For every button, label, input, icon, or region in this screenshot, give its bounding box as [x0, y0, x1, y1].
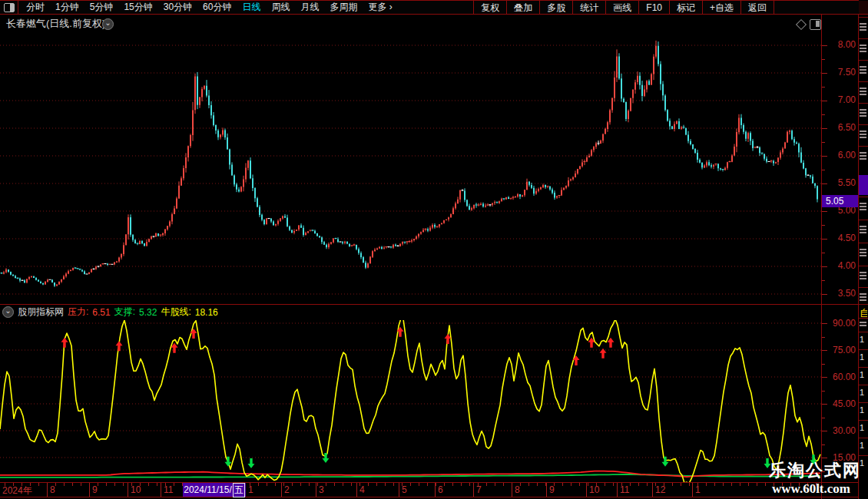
price-axis-tick [822, 59, 825, 60]
indicator-axis-tick [822, 404, 827, 405]
time-axis-minor-tick [410, 483, 411, 486]
price-axis-tick [822, 211, 827, 212]
clipped-digit: 1 [860, 370, 867, 379]
time-axis-minor-tick [419, 483, 419, 486]
tools-menu-item[interactable]: 标记 [669, 1, 702, 15]
time-axis-minor-tick [317, 483, 318, 486]
period-menu-item[interactable]: 月线 [300, 1, 319, 14]
indicator-name[interactable]: 股朋指标网 [18, 306, 64, 319]
top-toolbar: 分时1分钟5分钟15分钟30分钟60分钟日线周线月线多周期更多 › 复权叠加多股… [0, 0, 868, 15]
time-axis-label: 8 [515, 484, 520, 495]
period-menu-item[interactable]: 15分钟 [124, 1, 152, 14]
strip-toolbar-fragment [859, 1, 868, 15]
time-axis-minor-tick [326, 483, 326, 486]
month-boundary-tick [161, 483, 161, 497]
tools-menu-item[interactable]: 叠加 [506, 1, 539, 15]
period-menu-item[interactable]: 多周期 [330, 1, 357, 14]
strip-separator [859, 124, 868, 125]
fragment-line [860, 232, 866, 233]
time-axis-label: 9 [92, 484, 98, 495]
strip-separator [859, 197, 868, 197]
time-axis-minor-tick [723, 483, 724, 486]
time-axis-minor-tick [630, 483, 631, 486]
fragment-line [860, 23, 866, 25]
indicator-axis-tick [822, 323, 827, 324]
month-boundary-tick [692, 483, 693, 497]
clipped-digit: 1 [860, 352, 867, 362]
pressure-value: 6.51 [92, 307, 110, 318]
time-axis-minor-tick [579, 483, 580, 486]
panel-toggle-icon[interactable] [810, 19, 821, 30]
strip-separator [859, 332, 868, 332]
time-axis-minor-tick [706, 483, 707, 486]
fragment-line [860, 131, 866, 132]
indicator-axis-label: 75.00 [825, 345, 856, 355]
price-axis-tick [822, 253, 825, 253]
month-boundary-tick [399, 483, 399, 497]
month-boundary-tick [47, 483, 48, 497]
month-boundary-tick [652, 483, 653, 497]
fragment-line [860, 137, 866, 138]
fragment-line [860, 322, 866, 323]
tools-menu-item[interactable]: F10 [638, 1, 669, 15]
price-axis-tick [822, 142, 825, 143]
period-menu-item[interactable]: 30分钟 [164, 1, 192, 14]
time-axis-label: 11 [164, 484, 173, 495]
tools-menu-item[interactable]: 返回 [740, 1, 774, 15]
clipped-text-fragment [860, 320, 866, 328]
indicator-axis-label: 45.00 [825, 398, 856, 409]
fragment-line [860, 275, 866, 276]
candlestick-chart[interactable] [0, 31, 821, 304]
period-menu-item[interactable]: 1分钟 [55, 1, 79, 14]
clipped-digit: 1 [860, 423, 867, 432]
fragment-line [860, 158, 866, 160]
strip-separator [859, 438, 868, 438]
fragment-line [860, 203, 866, 204]
clipped-digit: 1 [860, 335, 867, 344]
time-axis-minor-tick [64, 483, 65, 486]
indicator-chart[interactable] [0, 320, 821, 482]
strip-separator [859, 287, 868, 288]
indicator-chevron-down-icon[interactable]: ⌄ [2, 306, 14, 318]
time-axis-minor-tick [748, 483, 749, 486]
period-menu-item[interactable]: 日线 [242, 1, 260, 14]
clipped-text-fragment [860, 201, 866, 212]
diamond-icon[interactable] [796, 19, 807, 30]
period-menu-item[interactable]: 分时 [26, 1, 45, 14]
time-axis-label: 5 [402, 484, 407, 495]
price-axis-tick [822, 266, 827, 267]
period-menu-item[interactable]: 周线 [271, 1, 290, 14]
selected-date-text: 2024/11/15/ [184, 484, 232, 495]
title-chevron-down-icon[interactable]: ⌄ [102, 18, 114, 30]
app-window: 分时1分钟5分钟15分钟30分钟60分钟日线周线月线多周期更多 › 复权叠加多股… [0, 0, 868, 499]
period-menu-item[interactable]: 5分钟 [90, 1, 114, 14]
tools-menu-item[interactable]: 复权 [473, 1, 506, 15]
strip-separator [859, 304, 868, 305]
period-menu-item[interactable]: 60分钟 [203, 1, 231, 14]
price-axis-tick [822, 225, 825, 226]
strip-separator [859, 385, 868, 385]
tools-menu-item[interactable]: 画线 [605, 1, 638, 15]
window-layout-button[interactable] [0, 1, 18, 14]
time-axis-label: 11 [620, 484, 629, 495]
tools-menu-item[interactable]: +自选 [702, 1, 740, 15]
indicator-header: ⌄ 股朋指标网 压力: 6.51 支撑: 5.32 牛股线: 18.16 [2, 306, 218, 318]
price-axis-label: 6.00 [825, 150, 856, 160]
period-menu-item[interactable]: 更多 › [368, 1, 392, 14]
indicator-axis-label: 30.00 [825, 425, 856, 436]
price-axis-tick [822, 101, 827, 101]
time-axis-label: 10 [589, 484, 599, 495]
price-axis-tick [822, 183, 827, 184]
tools-menu-item[interactable]: 多股 [539, 1, 572, 15]
fragment-line [860, 66, 866, 68]
time-axis-minor-tick [647, 483, 648, 486]
time-axis-minor-tick [98, 483, 98, 486]
watermark-site-url: www.60lt.com [772, 481, 850, 497]
indicator-axis-tick [822, 418, 825, 418]
selected-date-weekday: 五 [233, 483, 245, 497]
clipped-text-fragment [860, 247, 866, 258]
strip-separator [859, 220, 868, 220]
time-axis-label: 4 [359, 484, 365, 495]
tools-menu-item[interactable]: 统计 [572, 1, 605, 15]
time-axis-minor-tick [376, 483, 377, 486]
